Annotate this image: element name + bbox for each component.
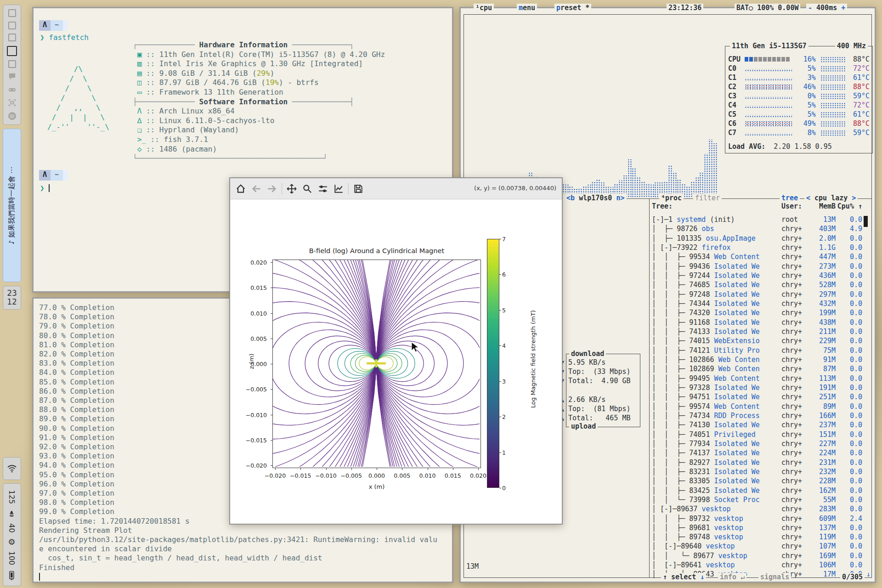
process-row[interactable]: │ │ ├─ 83231 Isolated Wechry+232M0.0 [652, 467, 871, 476]
streamplot [273, 260, 480, 467]
process-row[interactable]: │ │ ├─ 99436 Isolated Wechry+273M0.0 [652, 262, 871, 271]
zoom-button[interactable] [301, 183, 313, 195]
process-row[interactable]: │ │ └─ 73998 Socket Procchry+55M0.0 [652, 495, 871, 504]
tab-preset[interactable]: preset * [554, 4, 591, 12]
info-row: ❏ :: Hyprland (Wayland) [133, 125, 385, 135]
arch-ascii-logo: /\ / \ / \ / \ / ,, \ / | | \ /_-'' ''-_… [47, 64, 109, 132]
axes-config-button[interactable] [333, 183, 345, 195]
y-tick-label: 0.005 [250, 335, 267, 342]
host-icon: ▭ [133, 88, 146, 96]
y-tick-label: −0.015 [246, 437, 267, 443]
process-row[interactable]: │ [-]─89640 vesktopchry+107M0.0 [652, 542, 871, 551]
process-row[interactable]: │ │ ├─ 74344 Isolated Wechry+432M0.0 [652, 299, 871, 308]
process-row[interactable]: │ [-]─89637 vesktopchry+283M0.0 [652, 504, 871, 514]
process-table[interactable]: [-]─1 systemd (init)root13M0.0│ ├─ 98726… [652, 215, 871, 579]
process-row[interactable]: │ │ ├─ 74133 Isolated Wechry+211M0.0 [652, 327, 871, 336]
colorbar-tick-label: 1 [502, 449, 506, 456]
process-row[interactable]: │ │ ├─ 74734 RDD Processchry+166M0.0 [652, 411, 871, 420]
prompt-line[interactable]: ❯ [40, 184, 50, 192]
matplotlib-figure-window[interactable]: (x, y) = (0.00738, 0.00440) B-field (log… [229, 177, 563, 525]
clock-hour: 23 [7, 289, 17, 298]
process-row[interactable]: │ │ ├─ 83305 Isolated Wechry+228M0.0 [652, 476, 871, 486]
tab-cpu[interactable]: ¹cpu [474, 4, 494, 12]
process-row[interactable]: │ │ ├─ 74130 Isolated Wechry+237M0.0 [652, 420, 871, 430]
cpu-core-row: C30%59°C [728, 91, 870, 101]
process-row[interactable]: │ │ ├─ 74121 Utility Prochry+75M0.0 [652, 346, 871, 355]
chat-icon[interactable] [8, 72, 17, 81]
process-row[interactable]: │ │ ├─ 74051 Privilegedchry+151M0.0 [652, 430, 871, 439]
process-row[interactable]: [-]─1 systemd (init)root13M0.0 [652, 215, 871, 224]
home-button[interactable] [235, 183, 247, 195]
process-row[interactable]: │ │ ├─ 99534 Web Contentchry+447M0.0 [652, 252, 871, 261]
process-row[interactable]: │ │ ├─ 99574 Web Contentchry+89M0.0 [652, 402, 871, 411]
proc-tree-toggle[interactable]: tree [780, 194, 800, 202]
process-row[interactable]: │ │ ├─ 74685 Isolated Wechry+528M0.0 [652, 280, 871, 289]
workspace-5[interactable] [8, 60, 16, 68]
proc-table-header[interactable]: Tree: User: MemB Cpu% ↑ [652, 202, 871, 210]
process-row[interactable]: │ │ └─ 89677 vesktopchry+169M0.0 [652, 551, 871, 560]
media-player-widget[interactable]: ♪ 如果我們當時一起會 ⋯ [3, 129, 21, 282]
process-row[interactable]: │ │ ├─ 74137 Isolated Wechry+224M0.0 [652, 448, 871, 458]
workspace-2[interactable] [8, 22, 16, 29]
cpu-core-row: C45%72°C [728, 101, 870, 110]
process-row[interactable]: │ │ ├─ 97248 Isolated Wechry+297M0.0 [652, 290, 871, 299]
section-header: ├───────────── Software Information ────… [133, 97, 385, 107]
spotify-icon[interactable] [8, 112, 17, 120]
cpu-core-row: CPU16%88°C [728, 55, 870, 64]
battery-icon [9, 571, 15, 580]
process-row[interactable]: │ │ ├─ 74015 WebExtensiochry+229M0.0 [652, 336, 871, 345]
wifi-widget[interactable] [3, 457, 21, 480]
process-row[interactable]: │ │ ├─ 97328 Isolated Wechry+191M0.0 [652, 383, 871, 392]
process-row[interactable]: │ [-]─73922 firefoxchry+1.1G0.0 [652, 243, 871, 252]
process-row[interactable]: │ │ ├─ 102866 Web Contenchry+91M0.0 [652, 355, 871, 364]
process-row[interactable]: │ │ ├─ 91168 Isolated Wechry+438M0.0 [652, 318, 871, 327]
process-row[interactable]: │ ├─ 98726 obschry+403M4.9 [652, 224, 871, 233]
screenshot-icon[interactable] [8, 98, 17, 107]
shell-icon: >_ [133, 135, 151, 144]
process-row[interactable]: │ │ ├─ 77934 Isolated Wechry+227M0.0 [652, 439, 871, 448]
back-button[interactable] [250, 183, 262, 195]
workspace-switcher[interactable] [3, 5, 21, 125]
save-button[interactable] [352, 183, 364, 195]
process-row[interactable]: │ │ ├─ 82927 Isolated Wechry+231M0.0 [652, 458, 871, 467]
proc-footer-info[interactable]: info ↵ [718, 573, 746, 581]
tab-path: ~ [51, 20, 63, 31]
status-widget[interactable]: 125 40 ⚙ 100 [3, 483, 21, 586]
tab-proc[interactable]: ⁴proc [659, 194, 684, 202]
process-row[interactable]: │ │ ├─ 97244 Isolated Wechry+436M0.0 [652, 271, 871, 280]
process-row[interactable]: │ ├─ 101335 osu.AppImagechry+2.0M0.0 [652, 234, 871, 243]
process-row[interactable]: │ │ ├─ 89732 vesktopchry+609M2.4 [652, 514, 871, 523]
arch-logo-icon: Λ [39, 170, 51, 181]
network-panel-label[interactable]: o <b wlp170s0 n> [556, 194, 627, 202]
forward-button[interactable] [266, 183, 278, 195]
process-row[interactable]: │ │ ├─ 89681 vesktopchry+137M0.0 [652, 523, 871, 532]
process-row[interactable]: │ │ ├─ 99495 Web Contentchry+113M0.0 [652, 374, 871, 383]
process-row[interactable]: │ │ ├─ 89748 vesktopchry+119M0.0 [652, 532, 871, 542]
proc-sort-mode[interactable]: < cpu lazy > [804, 194, 858, 202]
workspace-4[interactable] [7, 46, 17, 56]
workspace-1[interactable] [8, 9, 16, 17]
figure-canvas[interactable]: B-field (log) Around a Cylindrical Magne… [230, 199, 562, 523]
proc-footer-signals[interactable]: signals [758, 573, 791, 581]
process-row[interactable]: │ │ ├─ 94751 Isolated Wechry+251M0.0 [652, 392, 871, 401]
y-tick-label: −0.020 [246, 462, 267, 469]
cpu-core-row: C246%88°C [728, 82, 870, 91]
process-row[interactable]: │ │ ├─ 74320 Isolated Wechry+199M0.0 [652, 308, 871, 317]
proc-footer-select[interactable]: ↑ select ↓ [661, 573, 706, 581]
cpu-core-row: C05%72°C [728, 64, 870, 73]
tab-menu[interactable]: menu [517, 4, 537, 12]
music-note-icon: ♪ [8, 240, 16, 244]
pan-button[interactable] [286, 183, 298, 195]
info-row: ◇ :: 1486 (pacman) [133, 145, 385, 154]
proc-filter[interactable]: filter [693, 194, 722, 202]
subplots-config-button[interactable] [317, 183, 329, 195]
workspace-3[interactable] [8, 34, 16, 41]
gamepad-icon[interactable] [8, 85, 17, 94]
refresh-rate-control[interactable]: - 400ms + [806, 4, 847, 12]
colorbar [487, 239, 499, 488]
scrollbar-thumb[interactable] [864, 216, 868, 227]
process-row[interactable]: │ [-]─89641 vesktopchry+106M0.0 [652, 560, 871, 570]
process-row[interactable]: │ │ ├─ 102869 Web Contenchry+87M0.0 [652, 364, 871, 373]
colorbar-tick-label: 4 [502, 342, 506, 349]
process-row[interactable]: │ │ ├─ 83425 Isolated Wechry+162M0.0 [652, 486, 871, 495]
